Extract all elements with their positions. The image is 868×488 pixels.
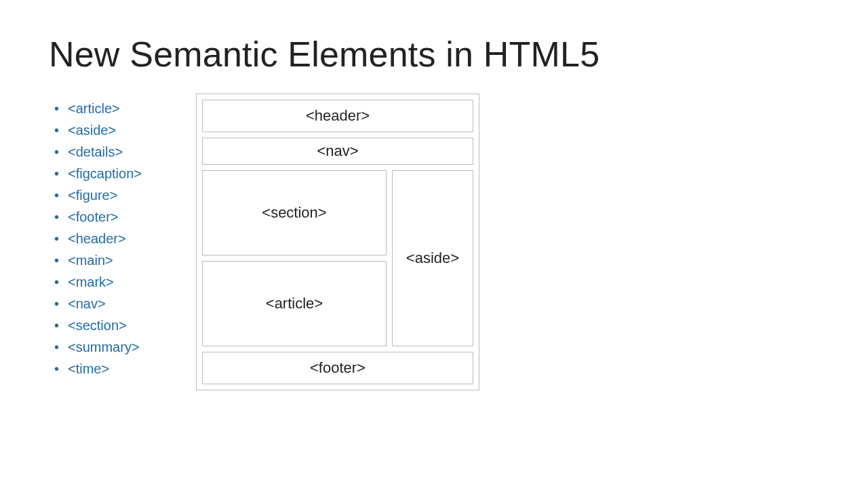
diagram-header-box: <header> bbox=[202, 100, 473, 132]
diagram-article-box: <article> bbox=[202, 261, 387, 346]
list-item: <header> bbox=[54, 228, 142, 249]
slide: New Semantic Elements in HTML5 <article>… bbox=[0, 0, 868, 488]
diagram-left-column: <section> <article> bbox=[202, 170, 387, 346]
list-item: <main> bbox=[54, 249, 142, 271]
list-item: <aside> bbox=[54, 119, 142, 141]
list-item: <time> bbox=[54, 358, 142, 380]
list-item: <details> bbox=[54, 141, 142, 163]
diagram-mid-row: <section> <article> <aside> bbox=[202, 170, 473, 346]
list-item: <nav> bbox=[54, 293, 142, 314]
diagram-aside-box: <aside> bbox=[392, 170, 473, 346]
list-item: <footer> bbox=[54, 206, 142, 228]
content-row: <article> <aside> <details> <figcaption>… bbox=[49, 98, 827, 390]
list-item: <figcaption> bbox=[54, 163, 142, 184]
layout-diagram: <header> <nav> <section> <article> <asid… bbox=[196, 94, 479, 390]
list-item: <mark> bbox=[54, 271, 142, 293]
list-item: <section> bbox=[54, 314, 142, 336]
list-item: <figure> bbox=[54, 184, 142, 206]
slide-title: New Semantic Elements in HTML5 bbox=[49, 34, 827, 75]
diagram-footer-box: <footer> bbox=[202, 352, 473, 384]
list-item: <article> bbox=[54, 98, 142, 119]
diagram-nav-box: <nav> bbox=[202, 138, 473, 165]
bullet-list: <article> <aside> <details> <figcaption>… bbox=[49, 98, 142, 380]
list-item: <summary> bbox=[54, 336, 142, 358]
diagram-section-box: <section> bbox=[202, 170, 387, 256]
